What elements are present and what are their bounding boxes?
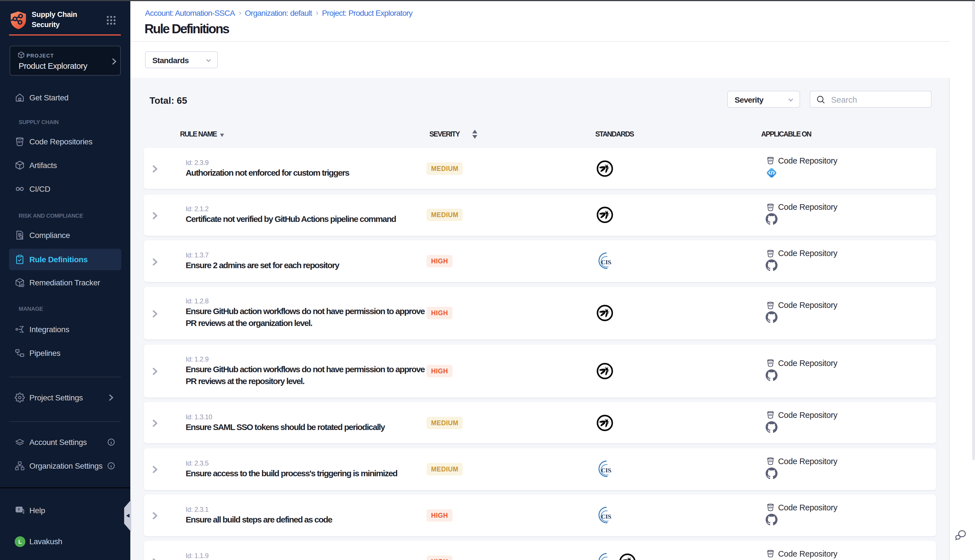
svg-text:CIS: CIS <box>601 559 611 560</box>
svg-text:?: ? <box>18 508 20 512</box>
svg-text:CIS: CIS <box>601 467 611 473</box>
svg-text:CIS: CIS <box>601 513 611 520</box>
svg-text:CIS: CIS <box>601 258 611 266</box>
